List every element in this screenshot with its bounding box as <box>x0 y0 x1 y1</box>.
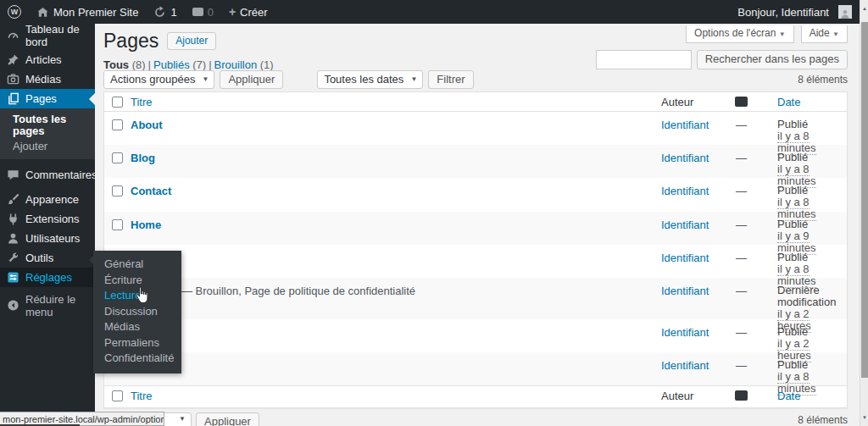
row-checkbox[interactable] <box>112 185 123 196</box>
table-row: Contact Identifiant — Publiéil y a 8 min… <box>104 178 847 212</box>
column-footer-author: Auteur <box>661 390 693 402</box>
plus-icon: + <box>229 6 236 18</box>
sidebar-item-dashboard[interactable]: Tableau de bord <box>0 25 95 45</box>
author-link[interactable]: Identifiant <box>661 326 709 339</box>
column-footer-date[interactable]: Date <box>777 390 800 402</box>
bulk-actions-select[interactable]: Actions groupées ▼ <box>103 70 214 89</box>
apply-button-bottom[interactable]: Appliquer <box>196 412 259 426</box>
collapse-menu-button[interactable]: Réduire le menu <box>0 296 95 315</box>
publish-status: Publié <box>777 251 808 263</box>
sidebar-item-tools[interactable]: Outils <box>0 248 95 268</box>
account-menu[interactable]: Bonjour, Identifiant <box>730 0 860 24</box>
user-icon <box>7 232 19 245</box>
page-title-link[interactable]: Blog <box>131 152 155 164</box>
search-input[interactable] <box>596 50 692 69</box>
author-link[interactable]: Identifiant <box>661 152 709 164</box>
author-link[interactable]: Identifiant <box>661 219 709 231</box>
comments-icon <box>7 169 19 181</box>
updates-link[interactable]: 1 <box>146 0 184 24</box>
chevron-down-icon: ▼ <box>179 415 186 423</box>
flyout-item-media[interactable]: Médias <box>93 319 181 335</box>
author-link[interactable]: Identifiant <box>661 185 709 197</box>
submenu-item-all-pages[interactable]: Toutes les pages <box>0 112 95 139</box>
home-icon <box>36 6 49 19</box>
wordpress-logo-icon: W <box>8 5 21 19</box>
comments-column-icon[interactable] <box>735 390 748 401</box>
settings-icon <box>7 271 19 284</box>
sidebar-item-comments[interactable]: Commentaires <box>0 165 95 185</box>
chevron-down-icon: ▼ <box>779 30 786 38</box>
chevron-down-icon: ▼ <box>832 30 839 38</box>
view-published[interactable]: Publiés (7) <box>153 58 206 71</box>
chevron-down-icon: ▼ <box>410 71 417 88</box>
date-filter-select[interactable]: Toutes les dates ▼ <box>317 70 423 89</box>
publish-status: Publié <box>777 325 808 338</box>
flyout-item-general[interactable]: Général <box>93 257 181 273</box>
select-all-checkbox[interactable] <box>112 390 123 401</box>
sidebar-item-label: Apparence <box>25 193 79 206</box>
column-header-title[interactable]: Titre <box>131 96 153 108</box>
comments-count: 0 <box>208 6 214 19</box>
flyout-item-permalinks[interactable]: Permaliens <box>93 335 181 351</box>
page-title-link[interactable]: Contact <box>131 185 171 197</box>
column-header-date[interactable]: Date <box>777 96 800 108</box>
new-content-link[interactable]: + Créer <box>221 0 275 24</box>
row-checkbox[interactable] <box>112 119 123 130</box>
screen-options-button[interactable]: Options de l'écran ▼ <box>686 25 794 43</box>
sidebar-item-posts[interactable]: Articles <box>0 50 95 69</box>
row-checkbox[interactable] <box>112 152 123 163</box>
author-link[interactable]: Identifiant <box>661 252 709 264</box>
apply-button[interactable]: Appliquer <box>220 70 283 89</box>
filter-button[interactable]: Filtrer <box>428 70 473 89</box>
submenu-item-add-page[interactable]: Ajouter <box>0 139 95 154</box>
sidebar-item-users[interactable]: Utilisateurs <box>0 229 95 248</box>
flyout-item-discussion[interactable]: Discussion <box>93 304 181 320</box>
search-pages-button[interactable]: Rechercher dans les pages <box>697 50 848 69</box>
author-link[interactable]: Identifiant <box>661 119 709 131</box>
wp-logo-menu[interactable]: W <box>0 0 29 24</box>
pages-table: Titre Auteur Date About Identifiant — Pu… <box>103 91 848 408</box>
page-title-link[interactable]: About <box>131 119 163 131</box>
scroll-down-arrow[interactable]: ▼ <box>860 415 868 420</box>
author-link[interactable]: Identifiant <box>661 359 709 372</box>
comments-column-icon[interactable] <box>735 97 748 107</box>
table-row: About Identifiant — Publiéil y a 8 minut… <box>104 112 847 145</box>
publish-status: Publié <box>777 151 808 163</box>
comments-link[interactable]: 0 <box>185 0 221 24</box>
select-all-checkbox[interactable] <box>112 97 123 108</box>
table-row: Blog Identifiant — Publiéil y a 8 minute… <box>104 145 847 178</box>
plugin-icon <box>7 213 19 225</box>
sidebar-item-pages[interactable]: Pages <box>0 89 95 108</box>
flyout-item-privacy[interactable]: Confidentialité <box>93 351 181 367</box>
main-content: Pages Ajouter Options de l'écran ▼ Aide … <box>95 24 860 426</box>
sidebar-item-label: Outils <box>25 252 53 264</box>
scroll-up-arrow[interactable]: ▲ <box>860 6 868 11</box>
sidebar-item-label: Médias <box>25 73 61 86</box>
sidebar-item-label: Articles <box>25 53 62 66</box>
sidebar-item-media[interactable]: Médias <box>0 69 95 89</box>
sidebar-item-plugins[interactable]: Extensions <box>0 209 95 229</box>
separator: | <box>209 58 211 71</box>
vertical-scrollbar[interactable]: ▲ ▼ <box>860 0 868 426</box>
post-state-label: — Brouillon, Page de politique de confid… <box>181 285 415 297</box>
help-button[interactable]: Aide ▼ <box>801 25 848 43</box>
site-name-link[interactable]: Mon Premier Site <box>29 0 146 24</box>
admin-bar: W Mon Premier Site 1 0 + Créer Bonjour, … <box>0 0 860 24</box>
author-link[interactable]: Identifiant <box>661 285 709 297</box>
site-name: Mon Premier Site <box>53 6 138 19</box>
account-greeting: Bonjour, Identifiant <box>737 6 829 19</box>
row-checkbox[interactable] <box>112 219 123 230</box>
page-title-link[interactable]: Home <box>131 219 161 231</box>
items-count: 8 éléments <box>798 74 848 86</box>
view-all[interactable]: Tous (8) <box>103 58 146 71</box>
view-draft[interactable]: Brouillon (1) <box>214 58 274 71</box>
scrollbar-thumb[interactable] <box>861 22 868 378</box>
column-footer-title[interactable]: Titre <box>131 390 153 402</box>
table-row: Identifiant — Publiéil y a 2 heures <box>104 319 847 352</box>
view-filters: Tous (8)|Publiés (7)|Brouillon (1) <box>103 58 274 71</box>
admin-menu: Tableau de bord Articles Médias Pages To… <box>0 24 95 412</box>
add-page-button[interactable]: Ajouter <box>167 32 216 50</box>
sidebar-item-settings[interactable]: Réglages <box>0 268 95 287</box>
separator: | <box>148 58 151 71</box>
sidebar-item-appearance[interactable]: Apparence <box>0 190 95 209</box>
